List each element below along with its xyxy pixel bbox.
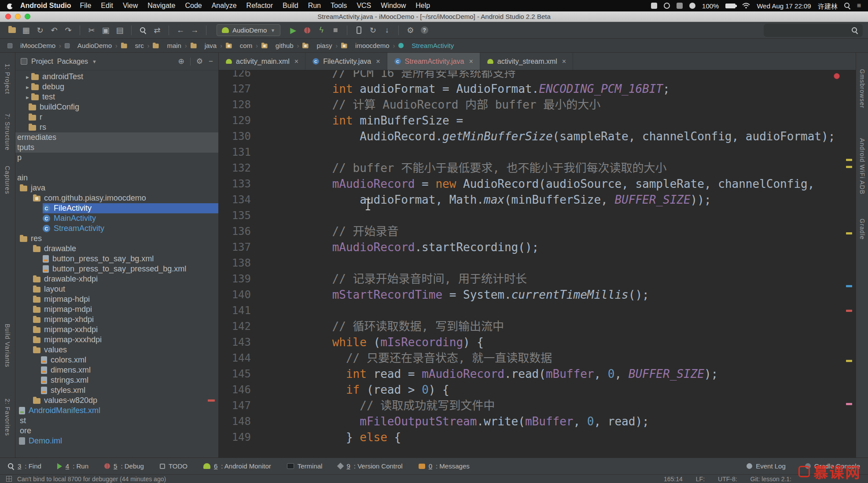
tree-item-demo-iml[interactable]: Demo.iml — [15, 436, 218, 446]
tree-item-java[interactable]: java — [15, 183, 218, 193]
line-number[interactable]: 138 — [219, 255, 261, 271]
status-widget-165-14[interactable]: 165:14 — [664, 476, 683, 483]
undo-icon[interactable]: ↶ — [48, 24, 61, 37]
line-number[interactable]: 129 — [219, 113, 261, 128]
find-icon[interactable] — [136, 24, 150, 37]
tree-item-mipmap-hdpi[interactable]: mipmap-hdpi — [15, 294, 218, 304]
close-window-button[interactable] — [5, 14, 11, 19]
close-icon[interactable]: × — [294, 58, 298, 66]
line-number[interactable]: 142 — [219, 318, 261, 334]
wifi-icon[interactable] — [742, 3, 750, 9]
menu-window[interactable]: Window — [381, 2, 406, 10]
menubar-status-icon-4[interactable] — [689, 3, 695, 9]
toolbar-search-area[interactable] — [764, 24, 863, 37]
menu-help[interactable]: Help — [416, 2, 430, 10]
tree-item-com-github-piasy-imoocdemo[interactable]: com.github.piasy.imoocdemo — [15, 193, 218, 203]
tree-item-res[interactable]: res — [15, 234, 218, 244]
tree-item-st[interactable]: st — [15, 416, 218, 426]
menu-analyze[interactable]: Analyze — [212, 2, 237, 10]
line-number[interactable]: 149 — [219, 429, 261, 445]
tree-item-dimens-xml[interactable]: dimens.xml — [15, 365, 218, 375]
code-line[interactable]: 144 // 只要还在录音状态, 就一直读取数据 — [219, 350, 856, 366]
notification-center-icon[interactable]: ≡ — [857, 2, 861, 10]
line-number[interactable]: 135 — [219, 208, 261, 223]
tree-item-debug[interactable]: ▸debug — [15, 82, 218, 92]
menu-vcs[interactable]: VCS — [357, 2, 371, 10]
line-number[interactable]: 131 — [219, 144, 261, 160]
code-line[interactable]: 133 mAudioRecord = new AudioRecord(audio… — [219, 176, 856, 192]
code-line[interactable]: 141 — [219, 303, 856, 318]
status-message[interactable]: Can't bind to local 8700 for debugger (4… — [17, 476, 166, 483]
code-line[interactable]: 143 while (mIsRecording) { — [219, 334, 856, 350]
line-number[interactable]: 133 — [219, 176, 261, 192]
toolwindow-switcher-icon[interactable] — [6, 476, 12, 482]
status-widget-utf-8[interactable]: UTF-8: — [718, 476, 737, 483]
menu-edit[interactable]: Edit — [101, 2, 113, 10]
collapse-all-icon[interactable]: − — [209, 57, 213, 66]
toolwindow-debug[interactable]: 5: Debug — [104, 462, 144, 470]
line-number[interactable]: 144 — [219, 350, 261, 366]
tree-item-drawable-xhdpi[interactable]: drawable-xhdpi — [15, 274, 218, 284]
tree-item-ain[interactable]: ain — [15, 173, 218, 183]
expand-arrow-icon[interactable]: ▸ — [26, 94, 29, 101]
code-line[interactable]: 139 // 记录开始录音时间, 用于统计时长 — [219, 271, 856, 287]
breadcrumb-imoocdemo[interactable]: imoocdemo — [340, 42, 391, 49]
menu-run[interactable]: Run — [308, 2, 321, 10]
line-number[interactable]: 126 — [219, 70, 261, 81]
toolwindow-button-android-wifi-adb[interactable]: Android WiFi ADB — [859, 138, 866, 194]
tree-item-colors-xml[interactable]: colors.xml — [15, 355, 218, 365]
tree-item-tputs[interactable]: tputs — [15, 143, 218, 153]
menu-navigate[interactable]: Navigate — [147, 2, 175, 10]
code-line[interactable]: 127 int audioFormat = AudioFormat.ENCODI… — [219, 81, 856, 97]
error-stripe-mark[interactable] — [846, 403, 852, 405]
tree-item-values-w820dp[interactable]: values-w820dp — [15, 395, 218, 406]
toolwindow-button-2-favorites[interactable]: 2: Favorites — [4, 399, 11, 436]
tree-item-strings-xml[interactable]: strings.xml — [15, 375, 218, 385]
toolwindow-terminal[interactable]: Terminal — [287, 462, 323, 470]
status-widget-git-lesson-2-1[interactable]: Git: lesson 2.1: — [750, 476, 791, 483]
toolwindow-find[interactable]: 3: Find — [8, 462, 41, 470]
file-errors-badge[interactable] — [834, 73, 840, 79]
breadcrumb-piasy[interactable]: piasy — [301, 42, 333, 49]
menu-build[interactable]: Build — [283, 2, 298, 10]
tab-activity-main-xml[interactable]: activity_main.xml× — [219, 53, 305, 70]
line-number[interactable]: 146 — [219, 382, 261, 398]
forward-icon[interactable]: → — [188, 24, 201, 37]
line-number[interactable]: 134 — [219, 192, 261, 208]
toolwindow-event-log[interactable]: Event Log — [747, 462, 786, 470]
breadcrumb-main[interactable]: main — [151, 42, 183, 49]
toolwindow-button-captures[interactable]: Captures — [4, 166, 11, 194]
avd-manager-icon[interactable] — [352, 24, 365, 37]
settings-icon[interactable]: ⚙ — [404, 24, 417, 37]
line-number[interactable]: 145 — [219, 366, 261, 382]
tree-item-styles-xml[interactable]: styles.xml — [15, 385, 218, 395]
tree-item-test[interactable]: ▸test — [15, 92, 218, 102]
tree-item-values[interactable]: values — [15, 345, 218, 355]
locate-file-icon[interactable]: ⊕ — [178, 57, 184, 66]
code-line[interactable]: 134 audioFormat, Math.max(minBufferSize,… — [219, 192, 856, 208]
line-number[interactable]: 136 — [219, 223, 261, 239]
expand-arrow-icon[interactable]: ▸ — [26, 73, 29, 80]
code-line[interactable]: 140 mStartRecordTime = System.currentTim… — [219, 287, 856, 303]
code-line[interactable]: 129 int minBufferSize = — [219, 113, 856, 128]
toolwindow-button-build-variants[interactable]: Build Variants — [4, 324, 11, 367]
error-stripe-mark[interactable] — [846, 360, 852, 362]
spotlight-search-icon[interactable] — [844, 3, 850, 9]
breadcrumb-com[interactable]: com — [224, 42, 254, 49]
code-line[interactable]: 136 // 开始录音 — [219, 223, 856, 239]
tree-item-fileactivity[interactable]: FileActivity — [15, 203, 218, 213]
debug-icon[interactable] — [301, 24, 314, 37]
app-menu-title[interactable]: Android Studio — [20, 2, 71, 10]
open-icon[interactable] — [5, 24, 18, 37]
line-number[interactable]: 139 — [219, 271, 261, 287]
paste-icon[interactable]: ▤ — [113, 24, 126, 37]
error-stripe-mark[interactable] — [846, 159, 852, 161]
breadcrumb-streamactivity[interactable]: StreamActivity — [397, 42, 455, 49]
menu-refactor[interactable]: Refactor — [246, 2, 273, 10]
project-view-scope[interactable]: Packages — [57, 58, 88, 66]
menubar-username[interactable]: 许建林 — [818, 1, 838, 11]
line-number[interactable]: 132 — [219, 160, 261, 176]
code-line[interactable]: 128 // 计算 AudioRecord 内部 buffer 最小的大小 — [219, 97, 856, 113]
minimize-window-button[interactable] — [15, 14, 21, 19]
chevron-down-icon[interactable]: ▼ — [92, 59, 97, 64]
